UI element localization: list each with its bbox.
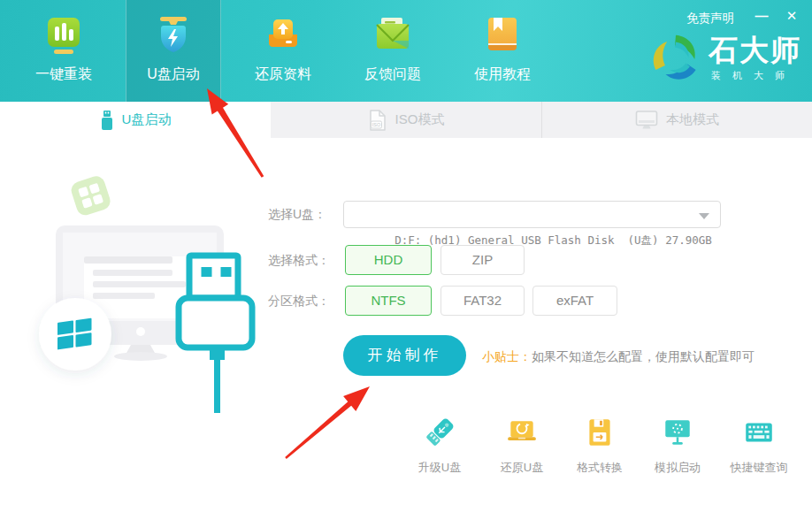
tool-label: 升级U盘 [400, 460, 479, 476]
usb-select-dropdown[interactable]: D:F: (hd1) General USB Flash Disk (U盘) 2… [343, 201, 721, 228]
partition-option-exfat[interactable]: exFAT [532, 286, 617, 316]
partition-option-ntfs[interactable]: NTFS [345, 286, 432, 316]
tab-local-mode[interactable]: 本地模式 [541, 102, 812, 138]
envelope-icon [370, 13, 416, 59]
tool-restore-usb[interactable]: 还原U盘 [482, 416, 562, 476]
book-icon [479, 13, 525, 59]
laptop-restore-icon [505, 416, 539, 449]
mode-tabbar: U盘启动 ISO ISO模式 本地模式 [0, 102, 812, 138]
partition-label: 分区格式： [268, 286, 330, 316]
minimize-button[interactable]: — [752, 8, 771, 23]
iso-badge: ISO [372, 122, 380, 127]
format-label: 选择格式： [268, 245, 330, 275]
tab-iso-mode[interactable]: ISO ISO模式 [271, 102, 541, 138]
tool-format-convert[interactable]: 格式转换 [560, 416, 640, 476]
brand-subtitle: 装机大师 [709, 69, 801, 82]
chart-icon [41, 13, 87, 59]
tab-usb-boot[interactable]: U盘启动 [0, 102, 271, 138]
brand-swirl-icon [649, 32, 702, 85]
usb-drive-icon [100, 109, 114, 132]
format-option-hdd[interactable]: HDD [345, 245, 432, 275]
nav-label: 使用教程 [474, 65, 531, 84]
disclaimer-link[interactable]: 免责声明 [686, 11, 734, 27]
usb-stick-icon [423, 416, 456, 449]
close-button[interactable]: ✕ [782, 8, 801, 24]
tool-upgrade-usb[interactable]: 升级U盘 [400, 416, 479, 476]
usb-plug-illustration [179, 256, 252, 413]
nav-label: 还原资料 [255, 65, 311, 84]
partition-option-fat32[interactable]: FAT32 [440, 286, 525, 316]
tool-label: 快捷键查询 [719, 460, 799, 476]
monitor-icon [635, 110, 658, 131]
windows-chip-icon [69, 174, 112, 218]
nav-item-tutorial[interactable]: 使用教程 [455, 0, 550, 102]
usb-select-label: 选择U盘： [268, 201, 326, 228]
app-window: 一键重装 U盘启动 [0, 0, 812, 512]
header-nav: 一键重装 U盘启动 [16, 0, 564, 102]
tip-text-row: 小贴士：如果不知道怎么配置，使用默认配置即可 [482, 349, 755, 365]
tip-text: 如果不知道怎么配置，使用默认配置即可 [532, 349, 755, 363]
usb-computer-illustration [27, 155, 283, 420]
tool-simulate-boot[interactable]: 模拟启动 [638, 416, 717, 476]
tab-label: U盘启动 [122, 111, 172, 128]
tool-label: 还原U盘 [482, 460, 562, 476]
nav-label: U盘启动 [147, 65, 200, 84]
tool-label: 格式转换 [560, 460, 640, 476]
brand-text: 石大师 装机大师 [709, 35, 801, 82]
header-bar: 一键重装 U盘启动 [0, 0, 812, 102]
main-content: 选择U盘： D:F: (hd1) General USB Flash Disk … [0, 138, 812, 512]
keyboard-icon [742, 416, 776, 449]
tab-label: ISO模式 [395, 111, 445, 128]
restore-box-icon [260, 13, 306, 59]
nav-item-reinstall[interactable]: 一键重装 [16, 0, 111, 102]
brand-logo: 石大师 装机大师 [649, 32, 801, 85]
nav-item-usb-boot[interactable]: U盘启动 [126, 0, 221, 102]
monitor-boot-icon [661, 416, 694, 449]
nav-item-feedback[interactable]: 反馈问题 [345, 0, 440, 102]
nav-item-restore-data[interactable]: 还原资料 [235, 0, 331, 102]
floppy-icon [583, 416, 617, 449]
iso-file-icon: ISO [368, 109, 387, 132]
start-make-button[interactable]: 开始制作 [343, 335, 466, 376]
tab-label: 本地模式 [666, 111, 719, 128]
tool-label: 模拟启动 [638, 460, 717, 476]
nav-label: 一键重装 [35, 65, 92, 84]
brand-title: 石大师 [709, 35, 801, 65]
chevron-down-icon [699, 213, 709, 219]
nav-label: 反馈问题 [364, 65, 421, 84]
format-option-zip[interactable]: ZIP [440, 245, 525, 275]
shield-icon [150, 13, 196, 59]
tool-hotkey-query[interactable]: 快捷键查询 [719, 416, 799, 476]
tip-label: 小贴士： [482, 349, 532, 363]
windows-flag-badge [39, 298, 111, 371]
